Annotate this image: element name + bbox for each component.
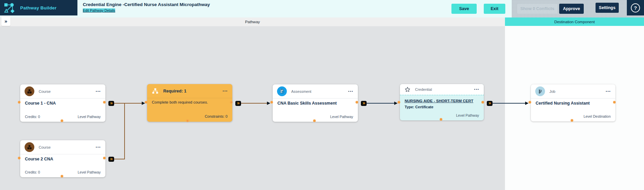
port[interactable] bbox=[230, 101, 233, 104]
node-menu-icon[interactable]: ••• bbox=[348, 90, 353, 93]
edge-course2-vertical-segment bbox=[124, 103, 125, 159]
edge-credential-to-job bbox=[493, 103, 526, 104]
node-level: Level Pathway bbox=[456, 113, 479, 117]
exit-button[interactable]: Exit bbox=[484, 4, 505, 14]
hierarchy-icon bbox=[151, 88, 159, 94]
approve-button[interactable]: Approve bbox=[559, 4, 584, 14]
port[interactable] bbox=[103, 101, 106, 104]
port[interactable] bbox=[313, 119, 316, 122]
settings-button[interactable]: Settings bbox=[596, 3, 619, 13]
node-menu-icon[interactable]: ••• bbox=[474, 88, 479, 91]
node-type-label: Credential bbox=[415, 87, 470, 91]
edge-chevron-badge[interactable]: » bbox=[108, 157, 114, 162]
port[interactable] bbox=[186, 119, 189, 122]
edge-chevron-badge[interactable]: » bbox=[361, 101, 367, 106]
arrowhead-into-job bbox=[525, 102, 529, 105]
port[interactable] bbox=[270, 101, 273, 104]
port[interactable] bbox=[398, 101, 400, 104]
node-menu-icon[interactable]: ••• bbox=[223, 89, 228, 93]
node-assessment[interactable]: Assessment ••• CNA Basic Skills Assessme… bbox=[273, 84, 358, 122]
edge-chevron-badge[interactable]: » bbox=[487, 101, 493, 106]
port[interactable] bbox=[481, 101, 484, 104]
edge-course1-to-required bbox=[114, 103, 142, 104]
assessment-icon bbox=[277, 86, 287, 96]
node-type-label: Course bbox=[39, 89, 92, 93]
node-credits: Credits: 0 bbox=[25, 170, 40, 174]
port[interactable] bbox=[355, 101, 358, 104]
page-title: Credential Engine -Certified Nurse Assis… bbox=[83, 2, 210, 7]
double-chevron-icon: » bbox=[4, 18, 7, 24]
node-credential[interactable]: Credential ••• NURSING AIDE - SHORT-TERM… bbox=[400, 84, 484, 120]
port[interactable] bbox=[529, 101, 531, 104]
edge-chevron-badge[interactable]: » bbox=[108, 101, 114, 106]
pathway-panel-label: Pathway bbox=[245, 20, 260, 24]
help-button[interactable]: ? bbox=[627, 0, 644, 15]
node-type-label: Assessment bbox=[291, 89, 344, 93]
help-icon: ? bbox=[631, 3, 640, 12]
edge-course2-to-required bbox=[114, 159, 125, 159]
credential-type: Type: Certificate bbox=[405, 105, 433, 109]
arrowhead-into-assessment bbox=[267, 102, 270, 105]
node-level: Level Pathway bbox=[78, 115, 101, 119]
edge-required-to-assessment bbox=[241, 103, 267, 104]
port[interactable] bbox=[440, 118, 442, 121]
required-description: Complete both required courses. bbox=[152, 100, 208, 104]
save-button[interactable]: Save bbox=[451, 4, 477, 14]
constraints-count: Constraints: 0 bbox=[205, 114, 228, 118]
node-title: Course 2 CNA bbox=[25, 157, 53, 161]
edge-chevron-badge[interactable]: » bbox=[235, 101, 241, 106]
arrowhead-into-credential bbox=[394, 102, 398, 105]
port[interactable] bbox=[61, 119, 63, 122]
node-type-label: Course bbox=[39, 145, 92, 149]
node-menu-icon[interactable]: ••• bbox=[96, 146, 101, 149]
node-title: Course 1 - CNA bbox=[25, 101, 56, 106]
job-icon bbox=[535, 86, 545, 96]
node-menu-icon[interactable]: ••• bbox=[606, 90, 611, 93]
node-level: Level Destination bbox=[583, 114, 611, 118]
pathway-builder-logo-icon bbox=[3, 2, 16, 13]
star-icon bbox=[404, 86, 411, 93]
node-title: Certified Nursing Assistant bbox=[536, 101, 590, 106]
node-required-group[interactable]: Required: 1 ••• Complete both required c… bbox=[147, 84, 232, 122]
destination-panel-label: Destination Component bbox=[554, 20, 595, 24]
node-level: Level Pathway bbox=[78, 170, 101, 174]
show-conflicts-button[interactable]: Show 0 Conflicts bbox=[517, 4, 557, 14]
node-menu-icon[interactable]: ••• bbox=[96, 90, 101, 93]
port[interactable] bbox=[61, 175, 63, 178]
node-course-1[interactable]: Course ••• Course 1 - CNA Credits: 0 Lev… bbox=[20, 84, 105, 122]
brand-name: Pathway Builder bbox=[20, 5, 57, 10]
app-header: Pathway Builder Credential Engine -Certi… bbox=[0, 0, 644, 17]
port[interactable] bbox=[18, 157, 21, 159]
course-icon bbox=[25, 142, 34, 152]
edit-pathway-details-link[interactable]: Edit Pathway Details bbox=[83, 8, 115, 12]
destination-panel-header: Destination Component bbox=[505, 17, 644, 26]
course-icon bbox=[25, 86, 34, 96]
node-course-2[interactable]: Course ••• Course 2 CNA Credits: 0 Level… bbox=[20, 140, 105, 177]
node-type-label: Job bbox=[549, 89, 602, 93]
sidebar-expand-button[interactable]: » bbox=[1, 16, 10, 26]
port[interactable] bbox=[103, 157, 106, 159]
credential-title-link[interactable]: NURSING AIDE - SHORT-TERM CERT bbox=[405, 99, 473, 103]
brand-block: Pathway Builder bbox=[0, 0, 77, 15]
node-job[interactable]: Job ••• Certified Nursing Assistant Leve… bbox=[531, 84, 615, 121]
node-credits: Credits: 0 bbox=[25, 115, 40, 119]
port[interactable] bbox=[145, 101, 147, 104]
pathway-panel-header: Pathway bbox=[0, 17, 505, 26]
node-title: CNA Basic Skills Assessment bbox=[277, 101, 337, 106]
node-type-label: Required: 1 bbox=[163, 89, 218, 93]
node-level: Level Pathway bbox=[330, 115, 353, 119]
edge-assessment-to-credential bbox=[367, 103, 395, 104]
port[interactable] bbox=[613, 101, 616, 104]
port[interactable] bbox=[571, 119, 573, 122]
port[interactable] bbox=[18, 101, 21, 104]
